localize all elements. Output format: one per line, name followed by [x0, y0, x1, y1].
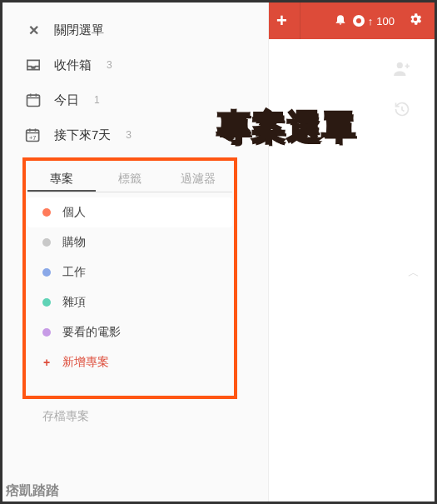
tab-projects[interactable]: 專案	[27, 164, 96, 192]
project-item[interactable]: 個人	[27, 197, 232, 227]
project-label: 個人	[62, 205, 86, 220]
inbox-label: 收件箱	[54, 57, 92, 73]
karma-arrow-icon: ↑	[368, 15, 374, 27]
next7-label: 接下來7天	[54, 127, 111, 143]
karma-score: 100	[376, 15, 395, 27]
calendar-today-icon	[24, 91, 42, 109]
project-color-dot	[42, 328, 51, 337]
close-menu-label: 關閉選單	[54, 22, 104, 38]
karma-icon	[353, 15, 365, 27]
close-icon: ✕	[24, 21, 42, 39]
svg-text:+7: +7	[29, 134, 37, 142]
project-label: 工作	[62, 265, 86, 280]
close-menu-button[interactable]: ✕ 關閉選單	[2, 12, 268, 47]
project-color-dot	[42, 298, 51, 307]
settings-button[interactable]	[403, 12, 428, 30]
svg-point-3	[397, 62, 403, 68]
karma-button[interactable]: ↑ 100	[353, 15, 395, 27]
project-tabs: 專案 標籤 過濾器	[27, 164, 232, 192]
project-item[interactable]: 購物	[27, 227, 232, 257]
add-person-icon[interactable]	[393, 61, 411, 76]
today-label: 今日	[54, 92, 79, 108]
project-label: 要看的電影	[62, 325, 121, 340]
today-count: 1	[94, 94, 100, 106]
top-toolbar: + ↑ 100	[264, 2, 435, 39]
sidebar-item-inbox[interactable]: 收件箱 3	[2, 47, 268, 82]
quick-add-button[interactable]: +	[264, 2, 300, 39]
add-project-label: 新增專案	[62, 355, 109, 370]
project-item[interactable]: 工作	[27, 257, 232, 287]
history-icon[interactable]	[394, 101, 410, 117]
archive-projects-link[interactable]: 存檔專案	[42, 409, 89, 424]
gear-icon	[408, 12, 423, 27]
calendar-7days-icon: +7	[24, 126, 42, 144]
project-list: 個人購物工作雜項要看的電影+新增專案	[27, 197, 232, 377]
svg-rect-0	[27, 95, 40, 106]
project-label: 購物	[62, 235, 86, 250]
notifications-button[interactable]	[328, 12, 353, 29]
project-item[interactable]: 要看的電影	[27, 317, 232, 347]
inbox-icon	[24, 56, 42, 74]
add-project-button[interactable]: +新增專案	[27, 347, 232, 377]
tab-labels[interactable]: 標籤	[96, 164, 164, 192]
watermark: 痞凱踏踏	[6, 482, 59, 500]
tab-filters[interactable]: 過濾器	[164, 164, 232, 192]
plus-icon: +	[42, 356, 51, 369]
inbox-count: 3	[107, 59, 112, 71]
annotation-title: 專案選單	[217, 104, 357, 150]
bell-icon	[334, 12, 347, 26]
chevron-up-icon[interactable]: ︿	[408, 266, 420, 281]
right-side-icons	[393, 61, 411, 117]
project-label: 雜項	[62, 295, 86, 310]
project-color-dot	[42, 268, 51, 277]
next7-count: 3	[126, 129, 132, 141]
project-color-dot	[42, 208, 51, 217]
project-color-dot	[42, 238, 51, 247]
project-item[interactable]: 雜項	[27, 287, 232, 317]
